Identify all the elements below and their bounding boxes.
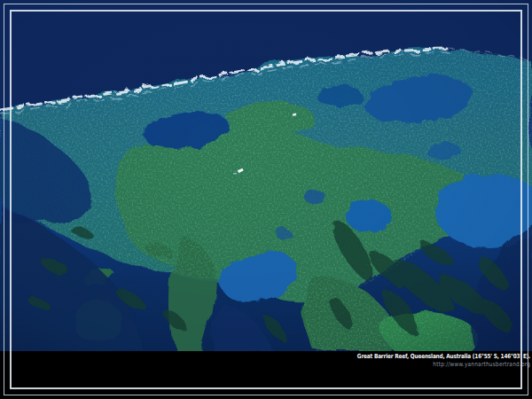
caption-bar: Great Barrier Reef, Queensland, Australi… bbox=[0, 351, 532, 399]
reef-photo-canvas bbox=[0, 0, 532, 352]
reef-photo bbox=[0, 0, 532, 352]
caption: Great Barrier Reef, Queensland, Australi… bbox=[357, 353, 530, 368]
caption-credit-url: http://www.yannarthusbertrand.org bbox=[357, 361, 530, 368]
wallpaper: Great Barrier Reef, Queensland, Australi… bbox=[0, 0, 532, 399]
vignette bbox=[0, 0, 532, 352]
caption-location: Great Barrier Reef, Queensland, Australi… bbox=[357, 353, 530, 361]
